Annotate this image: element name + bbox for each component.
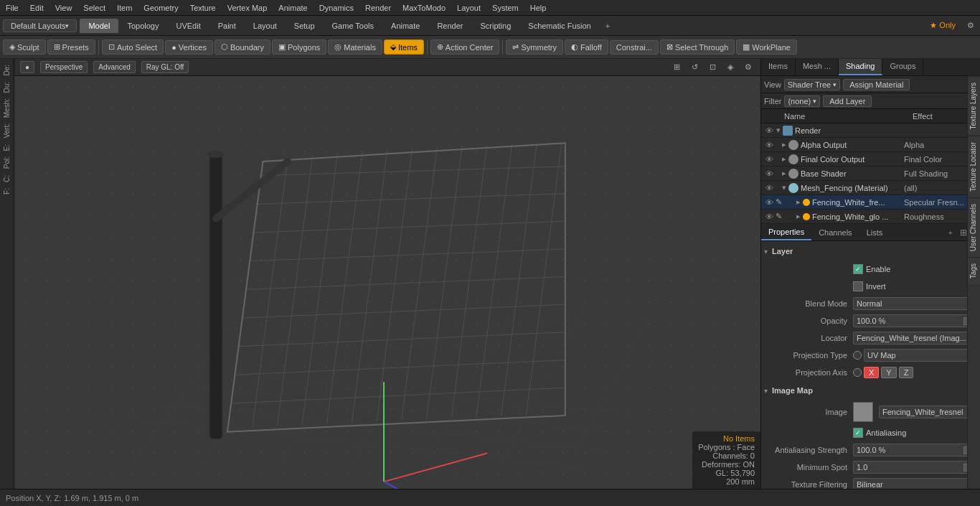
shader-tree-dropdown[interactable]: Shader Tree ▾ <box>784 79 841 90</box>
menu-render[interactable]: Render <box>359 2 397 14</box>
axis-y-button[interactable]: Y <box>881 367 896 378</box>
projection-type-dropdown[interactable]: UV Map ▾ <box>864 349 977 362</box>
blend-mode-dropdown[interactable]: Normal ▾ <box>853 297 977 310</box>
vtab-tags[interactable]: Tags <box>968 257 980 284</box>
menu-edit[interactable]: Edit <box>24 2 50 14</box>
layer-expand-icon[interactable]: ▾ <box>764 248 768 256</box>
tab-animate[interactable]: Animate <box>382 19 428 33</box>
items-button[interactable]: ⬙ Items <box>384 39 424 55</box>
materials-button[interactable]: ◎ Materials <box>328 39 382 55</box>
menu-texture[interactable]: Texture <box>184 2 222 14</box>
boundary-button[interactable]: ⬡ Boundary <box>215 39 270 55</box>
eye-icon[interactable]: 👁 <box>764 141 774 149</box>
vertices-button[interactable]: ● Vertices <box>165 40 213 55</box>
sidebar-label-f[interactable]: F: <box>1 185 12 197</box>
action-center-button[interactable]: ⊕ Action Center <box>430 39 500 55</box>
tab-layout[interactable]: Layout <box>245 19 286 33</box>
projection-axis-radio[interactable] <box>853 368 862 377</box>
rp-tab-items[interactable]: Items <box>761 59 796 75</box>
expand-icon[interactable]: ▾ <box>774 126 783 135</box>
expand-icon[interactable]: ▸ <box>794 197 803 207</box>
expand-icon[interactable]: ▾ <box>780 183 788 192</box>
rp-tab-groups[interactable]: Groups <box>882 59 923 75</box>
shader-row-render[interactable]: 👁 ▾ Render ▾ <box>761 123 980 138</box>
vtab-user-channels[interactable]: User Channels <box>968 197 980 257</box>
tab-render[interactable]: Render <box>428 19 471 33</box>
edit-icon[interactable]: ✎ <box>774 212 783 221</box>
menu-maxtomodo[interactable]: MaxToModo <box>397 2 451 14</box>
menu-layout[interactable]: Layout <box>451 2 486 14</box>
shader-row-mesh-fencing[interactable]: 👁 ▾ Mesh_Fencing (Material) (all) ▾ <box>761 181 980 195</box>
pt-tab-properties[interactable]: Properties <box>761 225 811 240</box>
fit-icon[interactable]: ⊞ <box>671 61 683 73</box>
menu-help[interactable]: Help <box>524 2 552 14</box>
antialias-strength-field[interactable]: 100.0 % ⋮ <box>853 444 977 456</box>
image-map-expand-icon[interactable]: ▾ <box>764 387 768 395</box>
eye-icon[interactable]: 👁 <box>764 126 774 135</box>
sculpt-button[interactable]: ◈ Sculpt <box>3 39 46 55</box>
eye-icon[interactable]: 👁 <box>764 198 774 207</box>
sidebar-label-de[interactable]: De: <box>1 62 12 79</box>
menu-system[interactable]: System <box>486 2 524 14</box>
vtab-texture-layers[interactable]: Texture Layers <box>968 76 980 136</box>
star-only[interactable]: ★ Only <box>924 18 961 33</box>
tab-setup[interactable]: Setup <box>286 19 324 33</box>
image-preview[interactable] <box>853 402 873 422</box>
polygons-button[interactable]: ▣ Polygons <box>272 39 326 55</box>
menu-dynamics[interactable]: Dynamics <box>314 2 359 14</box>
select-through-button[interactable]: ⊠ Select Through <box>660 39 735 55</box>
enable-checkbox[interactable]: ✓ <box>853 264 863 274</box>
vtab-texture-locator[interactable]: Texture Locator <box>968 136 980 197</box>
locator-field[interactable]: Fencing_White_fresnel (Imag... ▾ <box>853 332 977 345</box>
tab-paint[interactable]: Paint <box>209 19 245 33</box>
tab-scripting[interactable]: Scripting <box>472 19 520 33</box>
add-tab-button[interactable]: + <box>944 225 957 240</box>
sidebar-label-du[interactable]: Du: <box>1 79 12 96</box>
invert-checkbox[interactable] <box>853 281 863 291</box>
camera-icon[interactable]: ⊡ <box>707 61 719 73</box>
tab-uvedit[interactable]: UVEdit <box>167 19 209 33</box>
shader-row-fencing-glo[interactable]: 👁 ✎ ▸ Fencing_White_glo ... Roughness ▾ <box>761 210 980 224</box>
tab-schematic-fusion[interactable]: Schematic Fusion <box>519 19 599 33</box>
shader-row-final-color[interactable]: 👁 ▸ Final Color Output Final Color ▾ <box>761 152 980 167</box>
symmetry-button[interactable]: ⇌ Symmetry <box>506 39 563 55</box>
gear-icon[interactable]: ⚙ <box>961 18 980 33</box>
auto-select-button[interactable]: ⊡ Auto Select <box>102 39 164 55</box>
pt-tab-channels[interactable]: Channels <box>811 225 859 240</box>
maximize-icon[interactable]: ⊞ <box>960 228 967 238</box>
minimum-spot-field[interactable]: 1.0 ⋮ <box>853 461 977 474</box>
edit-icon[interactable]: ✎ <box>774 197 783 207</box>
menu-file[interactable]: File <box>0 2 24 14</box>
menu-vertex-map[interactable]: Vertex Map <box>222 2 273 14</box>
tab-topology[interactable]: Topology <box>118 19 167 33</box>
opacity-field[interactable]: 100.0 % ⋮ <box>853 314 977 327</box>
sidebar-label-mesh[interactable]: Mesh: <box>1 95 12 121</box>
menu-select[interactable]: Select <box>77 2 111 14</box>
assign-material-button[interactable]: Assign Material <box>843 79 910 90</box>
vp-dot[interactable]: ● <box>20 61 34 73</box>
falloff-button[interactable]: ◐ Falloff <box>565 39 608 55</box>
image-dropdown[interactable]: Fencing_White_fresnel ▾ <box>879 406 977 418</box>
menu-geometry[interactable]: Geometry <box>138 2 184 14</box>
settings-icon[interactable]: ⚙ <box>742 61 755 73</box>
axis-z-button[interactable]: Z <box>899 367 914 378</box>
sidebar-label-e[interactable]: E: <box>1 141 12 154</box>
viewport-canvas[interactable]: X Y Z No Items Polygons : Face Channels:… <box>14 76 760 489</box>
rp-tab-mesh[interactable]: Mesh ... <box>796 59 839 75</box>
shader-row-base[interactable]: 👁 ▸ Base Shader Full Shading ▾ <box>761 167 980 181</box>
layout-dropdown[interactable]: Default Layouts ▾ <box>3 19 77 32</box>
workplane-button[interactable]: ▦ WorkPlane <box>736 39 797 55</box>
menu-animate[interactable]: Animate <box>273 2 313 14</box>
expand-icon[interactable]: ▸ <box>780 169 788 178</box>
sidebar-label-pol[interactable]: Pol: <box>1 154 12 172</box>
tab-model[interactable]: Model <box>80 19 118 33</box>
expand-icon[interactable]: ▸ <box>780 140 788 149</box>
expand-icon[interactable]: ▸ <box>780 154 788 164</box>
vp-perspective[interactable]: Perspective <box>40 61 88 73</box>
menu-item[interactable]: Item <box>111 2 138 14</box>
eye-icon[interactable]: 👁 <box>764 155 774 164</box>
render-icon[interactable]: ◈ <box>725 61 736 73</box>
eye-icon[interactable]: 👁 <box>764 169 774 178</box>
expand-icon[interactable]: ▸ <box>794 212 803 221</box>
antialias-checkbox[interactable]: ✓ <box>853 428 863 438</box>
